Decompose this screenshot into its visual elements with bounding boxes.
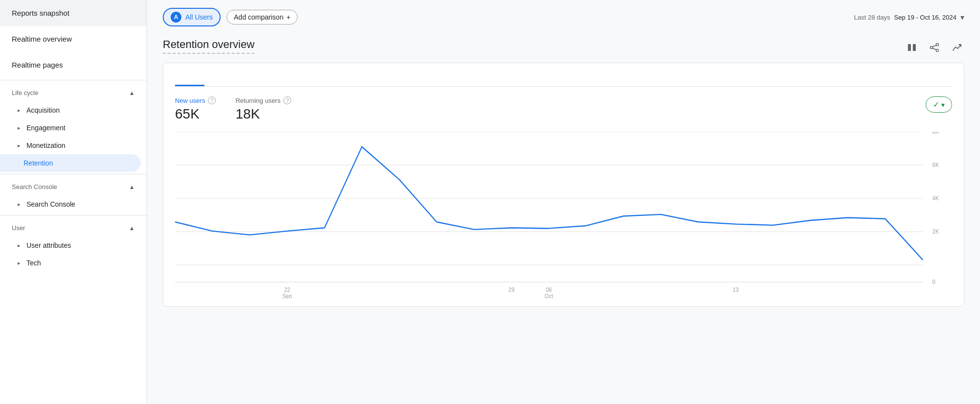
sidebar-item-tech[interactable]: ▸ Tech xyxy=(0,254,147,272)
tab-bar xyxy=(175,75,952,87)
content-area: Retention overview xyxy=(147,30,980,404)
topbar: A All Users Add comparison + Last 28 day… xyxy=(147,0,980,30)
returning-users-label-row: Returning users ? xyxy=(235,96,291,104)
new-users-help-icon[interactable]: ? xyxy=(208,96,216,104)
sidebar-item-realtime-overview[interactable]: Realtime overview xyxy=(0,26,147,52)
add-comparison-plus-icon: + xyxy=(286,13,290,21)
metrics-row: New users ? 65K Returning users ? 18K xyxy=(175,96,952,122)
section-title: Retention overview xyxy=(163,38,254,54)
lifecycle-collapse-icon: ▲ xyxy=(129,90,135,96)
svg-rect-1 xyxy=(913,44,916,51)
date-range-dropdown-icon[interactable]: ▾ xyxy=(960,13,964,22)
sidebar-item-realtime-pages[interactable]: Realtime pages xyxy=(0,52,147,78)
svg-text:8K: 8K xyxy=(932,132,939,135)
retention-chart: 22 Sep 29 06 Oct 13 8K 6K 4K 2K 0 xyxy=(175,132,952,298)
filter-check-icon: ✓ xyxy=(933,100,939,109)
svg-text:2K: 2K xyxy=(932,229,939,235)
divider-3 xyxy=(0,215,147,215)
returning-users-metric: Returning users ? 18K xyxy=(235,96,291,122)
sidebar-section-lifecycle[interactable]: Life cycle ▲ xyxy=(0,82,147,101)
returning-users-value: 18K xyxy=(235,106,291,122)
sidebar-item-reports-snapshot[interactable]: Reports snapshot xyxy=(0,0,147,26)
svg-text:0: 0 xyxy=(932,279,935,285)
trend-button[interactable] xyxy=(950,40,964,55)
svg-point-4 xyxy=(936,49,939,52)
new-users-metric: New users ? 65K xyxy=(175,96,216,122)
engagement-expand-icon: ▸ xyxy=(18,125,21,131)
divider-2 xyxy=(0,174,147,174)
columns-view-button[interactable] xyxy=(905,40,919,55)
search-console-section-label: Search Console xyxy=(12,183,57,190)
main-content: A All Users Add comparison + Last 28 day… xyxy=(147,0,980,404)
tech-expand-icon: ▸ xyxy=(18,260,21,266)
share-icon xyxy=(929,42,940,53)
search-console-expand-icon: ▸ xyxy=(18,201,21,208)
new-users-label: New users xyxy=(175,97,205,104)
tech-label: Tech xyxy=(26,259,41,267)
svg-text:29: 29 xyxy=(508,286,514,293)
sidebar-section-user[interactable]: User ▲ xyxy=(0,217,147,237)
share-button[interactable] xyxy=(927,40,942,55)
tab-main[interactable] xyxy=(175,75,204,86)
retention-label: Retention xyxy=(24,159,53,167)
user-attributes-expand-icon: ▸ xyxy=(18,242,21,249)
sidebar: Reports snapshot Realtime overview Realt… xyxy=(0,0,147,404)
acquisition-expand-icon: ▸ xyxy=(18,107,21,114)
user-section-label: User xyxy=(12,224,25,232)
sidebar-section-search-console[interactable]: Search Console ▲ xyxy=(0,176,147,195)
svg-text:06: 06 xyxy=(546,286,552,293)
date-range-label: Last 28 days xyxy=(854,14,890,21)
metrics-left: New users ? 65K Returning users ? 18K xyxy=(175,96,291,122)
section-title-actions xyxy=(905,40,964,55)
topbar-right: Last 28 days Sep 19 - Oct 16, 2024 ▾ xyxy=(854,13,964,22)
lifecycle-section-label: Life cycle xyxy=(12,89,38,96)
search-console-label: Search Console xyxy=(26,200,75,208)
section-title-row: Retention overview xyxy=(163,38,964,55)
svg-line-5 xyxy=(932,45,936,47)
filter-button-area: ✓ ▾ xyxy=(926,96,952,113)
svg-line-6 xyxy=(932,48,936,50)
add-comparison-chip[interactable]: Add comparison + xyxy=(226,10,298,24)
svg-text:6K: 6K xyxy=(932,162,939,168)
all-users-avatar: A xyxy=(171,12,181,23)
sidebar-item-retention[interactable]: Retention xyxy=(0,154,141,172)
engagement-label: Engagement xyxy=(26,124,65,132)
chart-area: 22 Sep 29 06 Oct 13 8K 6K 4K 2K 0 xyxy=(175,132,952,298)
svg-point-3 xyxy=(930,47,933,49)
date-range-value: Sep 19 - Oct 16, 2024 xyxy=(894,14,956,21)
svg-text:13: 13 xyxy=(732,286,738,293)
returning-users-label: Returning users xyxy=(235,97,280,104)
sidebar-item-user-attributes[interactable]: ▸ User attributes xyxy=(0,237,147,254)
new-users-value: 65K xyxy=(175,106,216,122)
sidebar-item-search-console[interactable]: ▸ Search Console xyxy=(0,195,147,213)
sidebar-item-monetization[interactable]: ▸ Monetization xyxy=(0,137,147,154)
all-users-chip[interactable]: A All Users xyxy=(163,8,221,26)
acquisition-label: Acquisition xyxy=(26,106,60,114)
topbar-left: A All Users Add comparison + xyxy=(163,8,298,26)
svg-rect-0 xyxy=(908,44,911,51)
chart-card: New users ? 65K Returning users ? 18K xyxy=(163,63,964,307)
svg-text:22: 22 xyxy=(284,286,290,293)
filter-button[interactable]: ✓ ▾ xyxy=(926,96,952,113)
returning-users-help-icon[interactable]: ? xyxy=(283,96,291,104)
svg-text:Oct: Oct xyxy=(545,293,553,298)
trend-icon xyxy=(952,42,962,53)
svg-point-2 xyxy=(936,44,939,46)
all-users-label: All Users xyxy=(185,13,213,21)
svg-text:Sep: Sep xyxy=(282,293,292,298)
filter-dropdown-icon: ▾ xyxy=(941,101,945,109)
user-attributes-label: User attributes xyxy=(26,241,71,249)
search-console-collapse-icon: ▲ xyxy=(129,184,135,190)
new-users-label-row: New users ? xyxy=(175,96,216,104)
sidebar-item-acquisition[interactable]: ▸ Acquisition xyxy=(0,101,147,119)
user-collapse-icon: ▲ xyxy=(129,225,135,232)
divider-1 xyxy=(0,80,147,80)
monetization-expand-icon: ▸ xyxy=(18,143,21,149)
svg-text:4K: 4K xyxy=(932,195,939,202)
monetization-label: Monetization xyxy=(26,142,65,149)
columns-view-icon xyxy=(906,42,917,53)
add-comparison-label: Add comparison xyxy=(234,13,283,21)
sidebar-item-engagement[interactable]: ▸ Engagement xyxy=(0,119,147,137)
